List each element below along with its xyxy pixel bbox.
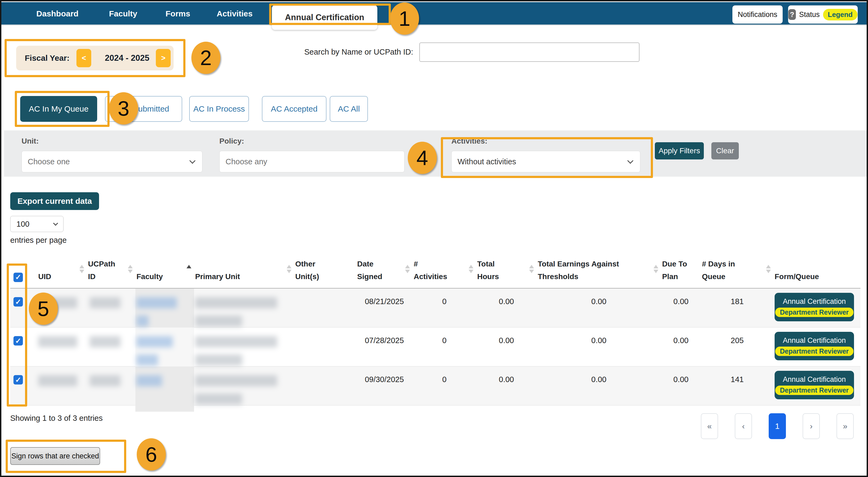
days-in-queue-cell: 205	[701, 328, 774, 373]
page-size-select[interactable]: 100	[10, 216, 64, 232]
num-activities-cell: 0	[412, 288, 476, 334]
queue-role-badge: Department Reviewer	[775, 347, 854, 356]
search-label: Search by Name or UCPath ID:	[296, 47, 413, 57]
tab-ac-all[interactable]: AC All	[330, 96, 368, 122]
annual-certification-page: Dashboard Faculty Forms Activities Notif…	[0, 0, 868, 477]
sort-icon	[469, 265, 473, 273]
column-header-ucpath-id[interactable]: UCPath ID	[87, 253, 135, 288]
due-to-plan-cell: 0.00	[661, 328, 701, 373]
other-units-cell	[294, 288, 356, 334]
status-legend-button[interactable]: ? Status Legend	[788, 5, 858, 24]
table-row: 09/30/2025 0 0.00 0.00 0.00 141 Annual C…	[10, 367, 861, 406]
redacted-faculty-link[interactable]	[136, 297, 177, 308]
form-queue-badge[interactable]: Annual CertificationDepartment Reviewer	[775, 293, 854, 321]
clear-filters-button[interactable]: Clear	[711, 142, 739, 160]
sort-icon	[766, 265, 771, 273]
prev-page-icon: ‹	[742, 421, 745, 431]
total-hours-cell: 0.00	[476, 288, 537, 334]
redacted-ucpath-id	[90, 297, 121, 308]
status-label: Status	[799, 10, 820, 19]
date-signed-cell: 07/28/2025	[356, 328, 412, 373]
row-checkbox[interactable]	[13, 297, 23, 307]
form-queue-badge[interactable]: Annual CertificationDepartment Reviewer	[775, 371, 854, 399]
sign-checked-rows-button[interactable]: Sign rows that are checked	[10, 447, 100, 465]
sort-ascending-icon	[187, 265, 191, 273]
column-header-total-hours[interactable]: Total Hours	[476, 253, 537, 288]
apply-filters-button[interactable]: Apply Filters	[655, 142, 704, 160]
fiscal-year-next-button[interactable]: >	[156, 49, 170, 67]
policy-select[interactable]: Choose any	[219, 151, 405, 172]
num-activities-cell: 0	[412, 328, 476, 373]
other-units-cell	[294, 328, 356, 373]
sort-icon	[653, 265, 658, 273]
table-header-row: UID UCPath ID Faculty Primary Unit Other…	[10, 253, 861, 288]
pagination-prev-button[interactable]: ‹	[735, 413, 752, 439]
sort-icon	[405, 265, 410, 273]
queue-role-badge: Department Reviewer	[775, 385, 854, 395]
days-in-queue-cell: 181	[701, 288, 774, 334]
nav-item-annual-certification[interactable]: Annual Certification	[272, 5, 377, 30]
unit-select-value: Choose one	[28, 157, 70, 166]
redacted-faculty-link[interactable]	[136, 336, 173, 347]
pagination-next-button[interactable]: ›	[803, 413, 820, 439]
column-header-faculty[interactable]: Faculty	[135, 253, 194, 288]
date-signed-cell: 09/30/2025	[356, 367, 412, 412]
sort-icon	[529, 265, 534, 273]
select-all-checkbox[interactable]	[13, 273, 23, 282]
tab-ac-accepted[interactable]: AC Accepted	[262, 96, 327, 122]
column-header-due-to-plan: Due To Plan	[661, 253, 701, 288]
tab-ac-in-process[interactable]: AC In Process	[189, 96, 249, 122]
activities-select[interactable]: Without activities	[452, 151, 640, 172]
column-header-days-in-queue[interactable]: # Days in Queue	[701, 253, 774, 288]
sort-icon	[287, 265, 291, 273]
unit-select[interactable]: Choose one	[22, 151, 203, 172]
nav-item-faculty[interactable]: Faculty	[109, 2, 137, 25]
fiscal-year-value: 2024 - 2025	[99, 53, 155, 63]
earnings-cell: 0.00	[537, 367, 661, 412]
column-header-form-queue: Form/Queue	[774, 253, 861, 288]
entries-per-page-label: entries per page	[10, 236, 67, 245]
tab-ac-in-my-queue[interactable]: AC In My Queue	[20, 96, 97, 122]
column-header-uid[interactable]: UID	[37, 253, 87, 288]
pagination-page-1[interactable]: 1	[769, 413, 786, 439]
days-in-queue-cell: 141	[701, 367, 774, 412]
form-queue-badge[interactable]: Annual CertificationDepartment Reviewer	[775, 332, 854, 360]
pagination-first-button[interactable]: «	[701, 413, 718, 439]
redacted-primary-unit	[195, 336, 277, 347]
column-header-total-earnings[interactable]: Total Earnings Against Thresholds	[537, 253, 661, 288]
legend-badge: Legend	[823, 9, 858, 21]
redacted-faculty-link[interactable]	[136, 375, 162, 386]
column-header-num-activities[interactable]: # Activities	[412, 253, 476, 288]
next-page-icon: ›	[810, 421, 812, 431]
fiscal-year-label: Fiscal Year:	[25, 54, 69, 63]
nav-item-activities[interactable]: Activities	[217, 2, 252, 25]
column-header-primary-unit[interactable]: Primary Unit	[194, 253, 294, 288]
redacted-faculty-link[interactable]	[136, 315, 149, 327]
date-signed-cell: 08/21/2025	[356, 288, 412, 334]
nav-item-forms[interactable]: Forms	[165, 2, 190, 25]
redacted-uid	[38, 297, 77, 308]
last-page-icon: »	[843, 421, 847, 431]
notifications-button[interactable]: Notifications	[732, 5, 783, 24]
earnings-cell: 0.00	[537, 288, 661, 334]
export-current-data-button[interactable]: Export current data	[10, 192, 99, 210]
redacted-faculty-link[interactable]	[136, 354, 158, 366]
redacted-primary-unit	[195, 315, 242, 327]
column-header-date-signed[interactable]: Date Signed	[356, 253, 412, 288]
notifications-label: Notifications	[738, 10, 777, 19]
help-icon: ?	[788, 9, 796, 20]
redacted-uid	[38, 336, 77, 347]
search-input[interactable]	[419, 42, 640, 62]
header-checkbox-cell	[10, 253, 37, 288]
tab-not-submitted[interactable]: Not Submitted	[105, 96, 182, 122]
pagination-last-button[interactable]: »	[837, 413, 854, 439]
fiscal-year-prev-button[interactable]: <	[76, 49, 91, 67]
unit-filter-label: Unit:	[22, 137, 39, 145]
row-checkbox[interactable]	[13, 375, 23, 384]
row-checkbox[interactable]	[13, 336, 23, 345]
total-hours-cell: 0.00	[476, 367, 537, 412]
nav-item-dashboard[interactable]: Dashboard	[36, 2, 79, 25]
policy-filter-label: Policy:	[219, 137, 244, 145]
redacted-primary-unit	[195, 394, 242, 405]
redacted-primary-unit	[195, 354, 242, 366]
